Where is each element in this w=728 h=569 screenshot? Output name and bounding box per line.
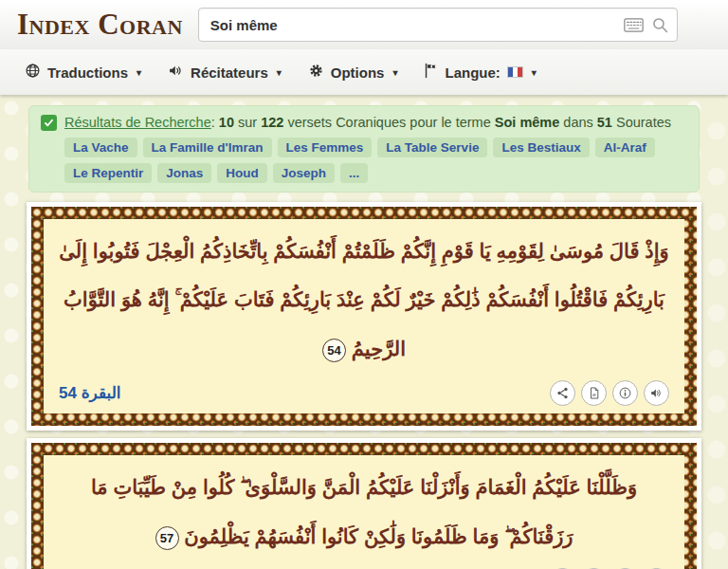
french-flag-icon [507, 66, 523, 78]
chevron-down-icon: ▾ [277, 67, 282, 78]
gear-icon [308, 63, 324, 82]
nav-label: Langue: [445, 64, 500, 81]
sourate-tag[interactable]: Jonas [157, 163, 211, 183]
sourate-tag[interactable]: Les Femmes [278, 138, 373, 157]
search-term: Soi même [495, 115, 560, 130]
verse-body: وَظَلَّلْنَا عَلَيْكُمُ الْغَمَامَ وَأَن… [44, 455, 684, 569]
nav-langue[interactable]: Langue: ▾ [424, 63, 536, 82]
verse-arabic-text: وَإِذْ قَالَ مُوسَىٰ لِقَوْمِهِ يَا قَوْ… [59, 227, 669, 373]
results-count: 10 [219, 115, 234, 130]
results-total: 122 [261, 115, 283, 130]
speaker-icon [168, 63, 184, 82]
sourate-tags: La Vache La Famille d'Imran Les Femmes L… [64, 138, 687, 183]
verse-card: وَإِذْ قَالَ مُوسَىٰ لِقَوْمِهِ يَا قَوْ… [27, 202, 701, 431]
verse-number-badge: 54 [322, 339, 346, 362]
ornamental-frame: وَإِذْ قَالَ مُوسَىٰ لِقَوْمِهِ يَا قَوْ… [31, 207, 697, 426]
verse-footer: البقرة 54 [59, 380, 669, 406]
sourate-tag[interactable]: Al-Araf [595, 138, 655, 157]
verse-arabic-text: وَظَلَّلْنَا عَلَيْكُمُ الْغَمَامَ وَأَن… [59, 463, 669, 560]
verse-number-badge: 57 [155, 526, 179, 550]
results-summary: Résultats de Recherche: 10 sur 122 verse… [41, 113, 687, 132]
sourate-tag[interactable]: La Famille d'Imran [143, 138, 272, 157]
search-input[interactable] [198, 8, 678, 42]
sourate-tag[interactable]: La Vache [64, 138, 137, 157]
search-icon[interactable] [652, 17, 668, 33]
header: Index Coran [0, 0, 728, 49]
nav-recitateurs[interactable]: Récitateurs ▾ [168, 63, 282, 82]
chevron-down-icon: ▾ [392, 67, 397, 78]
content-area: Résultats de Recherche: 10 sur 122 verse… [0, 95, 728, 569]
main-nav: Traductions ▾ Récitateurs ▾ Options ▾ [0, 49, 728, 95]
nav-label: Options [331, 64, 385, 81]
nav-label: Traductions [47, 64, 128, 81]
info-icon[interactable] [612, 380, 638, 406]
sourate-tag-more[interactable]: ... [340, 163, 368, 183]
search-bar [198, 8, 678, 42]
nav-options[interactable]: Options ▾ [308, 63, 398, 82]
pdf-icon[interactable] [581, 380, 607, 406]
verse-reference[interactable]: البقرة 54 [59, 383, 121, 403]
verse-card: وَظَلَّلْنَا عَلَيْكُمُ الْغَمَامَ وَأَن… [27, 438, 701, 569]
search-input-icons [624, 8, 668, 42]
share-icon[interactable] [550, 380, 575, 406]
search-results-banner: Résultats de Recherche: 10 sur 122 verse… [28, 105, 700, 193]
results-link[interactable]: Résultats de Recherche [64, 115, 211, 130]
sourate-count: 51 [597, 115, 612, 130]
results-text: Résultats de Recherche: 10 sur 122 verse… [64, 113, 671, 132]
site-logo[interactable]: Index Coran [17, 8, 183, 42]
sourate-tag[interactable]: Joseph [273, 163, 335, 183]
sourate-tag[interactable]: La Table Servie [377, 138, 487, 157]
keyboard-icon[interactable] [624, 18, 644, 32]
verse-body: وَإِذْ قَالَ مُوسَىٰ لِقَوْمِهِ يَا قَوْ… [44, 219, 684, 413]
check-icon [41, 115, 57, 131]
nav-traductions[interactable]: Traductions ▾ [25, 63, 141, 82]
verse-actions [550, 380, 669, 406]
chevron-down-icon: ▾ [532, 67, 537, 78]
nav-label: Récitateurs [191, 64, 268, 81]
audio-icon[interactable] [644, 380, 669, 406]
sourate-tag[interactable]: Houd [217, 163, 267, 183]
sourate-tag[interactable]: Les Bestiaux [493, 138, 589, 157]
flag-icon [424, 63, 438, 82]
ornamental-frame: وَظَلَّلْنَا عَلَيْكُمُ الْغَمَامَ وَأَن… [31, 443, 697, 569]
sourate-tag[interactable]: Le Repentir [64, 163, 152, 183]
globe-icon [25, 63, 41, 82]
chevron-down-icon: ▾ [136, 67, 141, 78]
